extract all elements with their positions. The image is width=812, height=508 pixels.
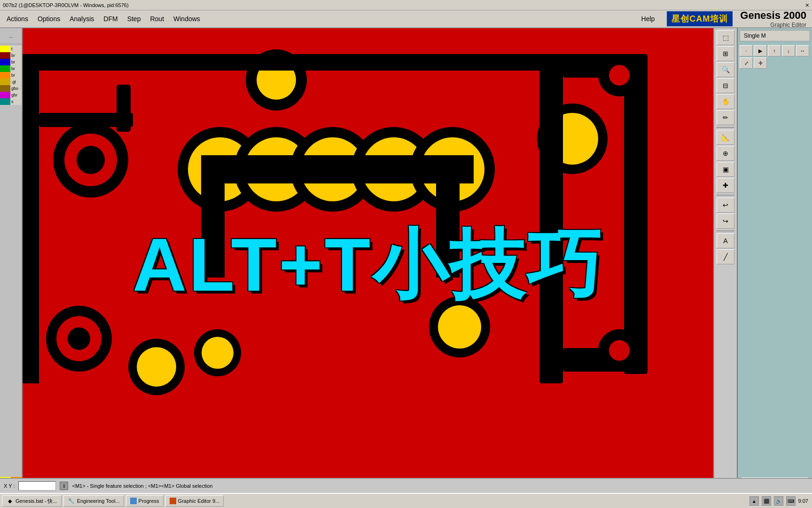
system-time: 9:07 [798,498,808,504]
svg-rect-40 [117,85,131,132]
svg-point-22 [68,327,90,350]
tool-zoom-in[interactable]: 🔍 [717,62,734,77]
layer-color-8 [0,92,10,98]
taskbar-icon-progress [130,498,137,504]
layer-color-3 [0,59,10,65]
menu-options[interactable]: Options [33,13,65,24]
layer-row-2[interactable]: br [0,52,22,59]
menu-step[interactable]: Step [123,13,146,24]
taskbar: ◆ Genesis.bat - 快... 🔧 Engineering Tool.… [0,493,812,508]
layer-color-5 [0,72,10,79]
tray-icon-3[interactable]: 🔊 [774,496,783,506]
right-toolbar: ⬚ ⊞ 🔍 ⊟ ✋ ✏ 📐 ⊕ ▣ ✚ ↩ ↪ A ╱ [713,28,737,493]
layer-list: t br br br [0,45,22,106]
taskbar-icon-engineering: 🔧 [68,497,75,505]
layer-color-4 [0,65,10,72]
info-icon[interactable]: i [60,482,68,490]
toolbar-divider-2 [717,195,734,196]
layer-row-1[interactable]: t [0,46,22,52]
taskbar-item-engineering[interactable]: 🔧 Engineering Tool... [63,495,124,507]
status-text: <M1> - Single feature selection ; <M1><M… [72,483,212,489]
tool-undo[interactable]: ↩ [717,198,734,213]
tool-zoom-out[interactable]: ⊟ [717,78,734,93]
svg-point-18 [77,146,105,174]
sel-btn-arrow[interactable]: ▶ [754,45,767,56]
taskbar-icon-genesis: ◆ [6,497,14,505]
layer-label-2: br [10,52,22,59]
brand-logo: 星创CAM培训 [667,11,733,26]
tool-measure[interactable]: 📐 [717,130,734,145]
layer-label-8: gbr [10,92,22,98]
svg-rect-38 [23,54,39,383]
taskbar-icon-graphic-editor [170,498,176,504]
menu-dfm[interactable]: DFM [99,13,122,24]
svg-rect-29 [23,54,610,71]
menu-help[interactable]: Help [637,13,660,24]
tool-move[interactable]: ⊞ [717,46,734,61]
menu-windows[interactable]: Windows [169,13,205,24]
taskbar-item-genesis[interactable]: ◆ Genesis.bat - 快... [2,495,62,507]
tool-edit[interactable]: ✏ [717,110,734,125]
layer-row-6[interactable]: .gt [0,79,22,85]
tool-cross[interactable]: ✚ [717,178,734,193]
layer-row-8[interactable]: gbr [0,92,22,98]
layer-row-3[interactable]: br [0,59,22,65]
tool-layer[interactable]: ⊕ [717,146,734,161]
menu-actions[interactable]: Actions [2,13,33,24]
taskbar-label-genesis: Genesis.bat - 快... [16,498,57,505]
sel-btn-up[interactable]: ↑ [768,45,781,56]
taskbar-label-engineering: Engineering Tool... [77,498,120,504]
app-header: Help 星创CAM培训 Genesis 2000 Graphic Editor [637,9,810,28]
pcb-canvas-area[interactable]: ALT+T小技巧 [23,28,713,493]
taskbar-item-progress[interactable]: Progress [126,495,164,507]
svg-point-35 [609,65,630,86]
layer-label-9: s [10,98,22,105]
panel-spacer [738,71,812,477]
taskbar-label-progress: Progress [139,498,159,504]
svg-point-37 [609,340,630,361]
sel-btn-lr[interactable]: ↔ [796,45,809,56]
menu-bar: Actions Options Analysis DFM Step Rout W… [0,10,812,28]
tool-pan[interactable]: ✋ [717,94,734,109]
taskbar-item-graphic-editor[interactable]: Graphic Editor 9... [165,495,224,507]
tray-icon-4[interactable]: ⌨ [786,496,796,506]
layer-row-9[interactable]: s [0,98,22,105]
tray-icon-2[interactable]: ⬛ [762,496,771,506]
main-layout: ... t br br [0,28,812,493]
svg-point-24 [137,347,176,387]
taskbar-label-graphic-editor: Graphic Editor 9... [178,498,220,504]
layer-label-3: br [10,59,22,65]
sel-btn-expand[interactable]: ⤢ [740,57,753,69]
tool-select2[interactable]: ▣ [717,162,734,177]
tool-select[interactable]: ⬚ [717,30,734,45]
tool-redo[interactable]: ↪ [717,214,734,229]
menu-rout[interactable]: Rout [145,13,169,24]
title-bar: 007b2 (1@DESKTOP-3R0OLVM - Windows, pid:… [0,0,812,10]
sidebar-nav-label: ... [9,34,13,39]
menu-analysis[interactable]: Analysis [65,13,99,24]
tool-line[interactable]: ╱ [717,249,734,264]
toolbar-divider-3 [717,230,734,231]
layer-row-4[interactable]: br [0,65,22,72]
close-window-button[interactable]: × [805,1,809,9]
selection-controls: · ▶ ↑ ↓ ↔ ⤢ ✛ [738,43,812,71]
xy-input[interactable] [18,481,56,491]
layer-row-7[interactable]: gbo [0,85,22,92]
layer-color-6 [0,79,10,85]
selection-mode-label: Single M [740,30,810,41]
sel-btn-dot[interactable]: · [740,45,753,56]
layer-label-5: br [10,72,22,79]
svg-point-26 [202,337,234,369]
tray-icon-1[interactable]: ▲ [750,496,759,506]
layer-color-2 [0,52,10,59]
layer-label-1: t [10,46,22,52]
title-bar-text: 007b2 (1@DESKTOP-3R0OLVM - Windows, pid:… [3,2,129,8]
layer-row-5[interactable]: br [0,72,22,79]
sel-btn-down[interactable]: ↓ [782,45,795,56]
sel-btn-move[interactable]: ✛ [754,57,767,69]
app-subtitle: Graphic Editor [770,22,806,28]
layer-color-7 [0,85,10,92]
layer-color-9 [0,98,10,105]
right-panel: Single M · ▶ ↑ ↓ ↔ ⤢ ✛ Close [737,28,812,493]
tool-text[interactable]: A [717,233,734,248]
